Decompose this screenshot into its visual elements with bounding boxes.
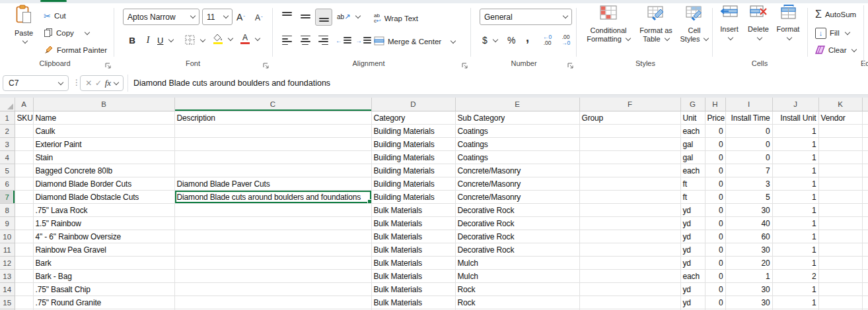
cell-J14[interactable]: 1 bbox=[772, 283, 818, 296]
cell-F7[interactable] bbox=[579, 191, 680, 204]
cell-C15[interactable] bbox=[174, 296, 371, 309]
cell-B3[interactable]: Exterior Paint bbox=[33, 138, 174, 151]
cell-G6[interactable]: ft bbox=[680, 177, 705, 191]
cell-C13[interactable] bbox=[174, 270, 371, 283]
cell-K15[interactable] bbox=[818, 296, 862, 309]
paste-button[interactable]: Paste bbox=[7, 5, 41, 43]
cell-H13[interactable]: 0 bbox=[705, 270, 725, 283]
cell-x5[interactable] bbox=[862, 164, 868, 177]
column-header-K[interactable]: K bbox=[818, 98, 862, 111]
cell-G13[interactable]: each bbox=[680, 270, 705, 283]
cell-K1[interactable]: Vendor bbox=[818, 111, 862, 125]
cell-I9[interactable]: 40 bbox=[725, 217, 772, 230]
cell-B8[interactable]: .75" Lava Rock bbox=[33, 204, 174, 217]
cell-D3[interactable]: Building Materials bbox=[371, 138, 455, 151]
cell-J7[interactable]: 1 bbox=[772, 191, 818, 204]
cell-C1[interactable]: Description bbox=[174, 111, 371, 125]
cell-D5[interactable]: Building Materials bbox=[371, 164, 455, 177]
row-header-6[interactable]: 6 bbox=[0, 177, 15, 191]
cell-D11[interactable]: Bulk Materials bbox=[371, 243, 455, 257]
cell-I3[interactable]: 0 bbox=[725, 138, 772, 151]
row-header-9[interactable]: 9 bbox=[0, 217, 15, 230]
cell-E7[interactable]: Concrete/Masonry bbox=[455, 191, 579, 204]
cell-D2[interactable]: Building Materials bbox=[371, 125, 455, 138]
cell-x9[interactable] bbox=[862, 217, 868, 230]
cell-B12[interactable]: Bark bbox=[33, 257, 174, 270]
row-header-3[interactable]: 3 bbox=[0, 138, 15, 151]
font-color-button[interactable]: A bbox=[240, 31, 260, 47]
cell-E5[interactable]: Concrete/Masonry bbox=[455, 164, 579, 177]
cell-G15[interactable]: yd bbox=[680, 296, 705, 309]
cell-G10[interactable]: yd bbox=[680, 230, 705, 243]
cell-I14[interactable]: 30 bbox=[725, 283, 772, 296]
increase-decimal-button[interactable]: ←0 .00 bbox=[543, 32, 552, 48]
cell-K2[interactable] bbox=[818, 125, 862, 138]
cell-F8[interactable] bbox=[579, 204, 680, 217]
cell-J13[interactable]: 2 bbox=[772, 270, 818, 283]
cell-H2[interactable]: 0 bbox=[705, 125, 725, 138]
cell-D15[interactable]: Bulk Materials bbox=[371, 296, 455, 309]
cell-B6[interactable]: Diamond Blade Border Cuts bbox=[33, 177, 174, 191]
decrease-indent-button[interactable]: ← bbox=[336, 32, 351, 48]
name-box[interactable]: C7 bbox=[3, 75, 69, 91]
cell-F2[interactable] bbox=[579, 125, 680, 138]
cell-F9[interactable] bbox=[579, 217, 680, 230]
cell-B15[interactable]: .75" Round Granite bbox=[33, 296, 174, 309]
number-dialog-launcher[interactable] bbox=[567, 60, 574, 72]
cell-styles-button[interactable]: Cell Styles bbox=[678, 5, 711, 44]
cell-J3[interactable]: 1 bbox=[772, 138, 818, 151]
cell-C8[interactable] bbox=[174, 204, 371, 217]
cell-G3[interactable]: gal bbox=[680, 138, 705, 151]
align-top-button[interactable] bbox=[279, 9, 295, 24]
cell-x6[interactable] bbox=[862, 177, 868, 191]
cell-A3[interactable] bbox=[15, 138, 33, 151]
cell-F4[interactable] bbox=[579, 151, 680, 164]
cell-x15[interactable] bbox=[862, 296, 868, 309]
cell-B13[interactable]: Bark - Bag bbox=[33, 270, 174, 283]
cell-x11[interactable] bbox=[862, 243, 868, 257]
cell-H5[interactable]: 0 bbox=[705, 164, 725, 177]
cell-K4[interactable] bbox=[818, 151, 862, 164]
row-header-12[interactable]: 12 bbox=[0, 257, 15, 270]
wrap-text-button[interactable]: ab c↩ Wrap Text bbox=[374, 11, 418, 26]
row-header-2[interactable]: 2 bbox=[0, 125, 15, 138]
cell-D8[interactable]: Bulk Materials bbox=[371, 204, 455, 217]
cell-G1[interactable]: Unit bbox=[680, 111, 705, 125]
orientation-button[interactable]: ab↗ bbox=[337, 9, 360, 24]
cell-x2[interactable] bbox=[862, 125, 868, 138]
row-header-15[interactable]: 15 bbox=[0, 296, 15, 309]
font-name-combobox[interactable]: Aptos Narrow bbox=[123, 9, 199, 25]
cell-B11[interactable]: Rainbow Pea Gravel bbox=[33, 243, 174, 257]
row-header-13[interactable]: 13 bbox=[0, 270, 15, 283]
cell-I12[interactable]: 20 bbox=[725, 257, 772, 270]
column-header-J[interactable]: J bbox=[772, 98, 818, 111]
cell-K5[interactable] bbox=[818, 164, 862, 177]
cancel-button[interactable]: ✕ bbox=[85, 78, 92, 88]
cell-B4[interactable]: Stain bbox=[33, 151, 174, 164]
cell-K9[interactable] bbox=[818, 217, 862, 230]
cell-H7[interactable]: 0 bbox=[705, 191, 725, 204]
insert-function-button[interactable]: fx bbox=[105, 78, 111, 88]
cell-A1[interactable]: SKU bbox=[15, 111, 33, 125]
cell-I2[interactable]: 0 bbox=[725, 125, 772, 138]
cell-C6[interactable]: Diamond Blade Paver Cuts bbox=[174, 177, 371, 191]
align-right-button[interactable] bbox=[315, 32, 331, 48]
autosum-button[interactable]: Σ AutoSum bbox=[815, 7, 856, 22]
row-header-11[interactable]: 11 bbox=[0, 243, 15, 257]
cell-A7[interactable] bbox=[15, 191, 33, 204]
cell-E6[interactable]: Concrete/Masonry bbox=[455, 177, 579, 191]
cell-I5[interactable]: 7 bbox=[725, 164, 772, 177]
cell-J1[interactable]: Install Unit bbox=[772, 111, 818, 125]
delete-cells-button[interactable]: Delete bbox=[745, 5, 772, 40]
cell-D10[interactable]: Bulk Materials bbox=[371, 230, 455, 243]
row-header-4[interactable]: 4 bbox=[0, 151, 15, 164]
column-header-D[interactable]: D bbox=[371, 98, 455, 111]
cell-A4[interactable] bbox=[15, 151, 33, 164]
cell-D7[interactable]: Building Materials bbox=[371, 191, 455, 204]
increase-indent-button[interactable]: → bbox=[355, 32, 371, 48]
cell-H10[interactable]: 0 bbox=[705, 230, 725, 243]
percent-button[interactable]: % bbox=[507, 32, 515, 48]
cell-E9[interactable]: Decorative Rock bbox=[455, 217, 579, 230]
cell-C14[interactable] bbox=[174, 283, 371, 296]
cell-B14[interactable]: .75" Basalt Chip bbox=[33, 283, 174, 296]
